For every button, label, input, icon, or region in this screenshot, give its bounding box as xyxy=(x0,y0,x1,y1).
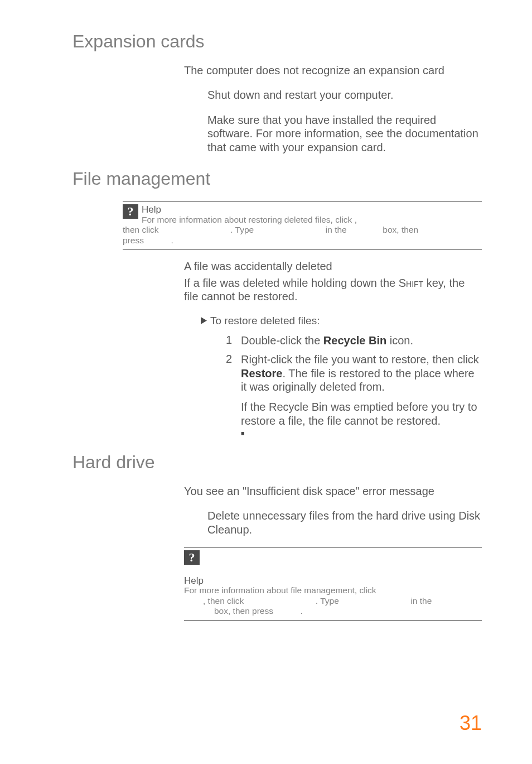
help-text: . Type xyxy=(316,596,341,606)
help-text: box, then press xyxy=(214,606,275,616)
help-text: , then click xyxy=(203,596,246,606)
body-text: If a file was deleted while holding down… xyxy=(184,276,482,304)
page-number: 31 xyxy=(460,712,482,735)
help-icon: ? xyxy=(123,204,138,219)
svg-marker-2 xyxy=(201,317,207,324)
keycap-shift: Shift xyxy=(399,277,423,289)
procedure-heading: To restore deleted files: xyxy=(184,315,482,327)
help-box: ? Help For more information about restor… xyxy=(123,201,482,249)
help-text: . Type xyxy=(230,225,256,234)
svg-text:?: ? xyxy=(128,204,134,218)
end-mark-icon: ■ xyxy=(241,430,482,436)
svg-text:?: ? xyxy=(189,550,195,564)
section-heading-hard-drive: Hard drive xyxy=(72,452,482,473)
topic-title: The computer does not recognize an expan… xyxy=(184,64,482,77)
step-number: 1 xyxy=(214,334,241,347)
help-text: , xyxy=(355,215,357,224)
body-text: Make sure that you have installed the re… xyxy=(207,113,482,155)
step-text: Double-click the Recycle Bin icon. xyxy=(241,334,482,347)
topic-title: You see an "Insufficient disk space" err… xyxy=(184,485,482,498)
triangle-bullet-icon xyxy=(201,315,207,327)
topic-title: A file was accidentally deleted xyxy=(184,260,482,273)
help-text: . xyxy=(171,236,173,245)
section-heading-expansion: Expansion cards xyxy=(72,31,482,52)
step-row: 1 Double-click the Recycle Bin icon. xyxy=(214,334,482,347)
help-text: in the xyxy=(410,596,432,606)
help-text: then click xyxy=(123,225,161,234)
body-text: Shut down and restart your computer. xyxy=(207,88,482,102)
body-text: Delete unnecessary files from the hard d… xyxy=(207,509,482,536)
help-label: Help xyxy=(184,575,482,587)
help-text: in the xyxy=(326,225,349,234)
help-label: Help xyxy=(142,204,357,215)
step-row: 2 Right-click the file you want to resto… xyxy=(214,353,482,393)
help-box: ? Help For more information about file m… xyxy=(184,547,482,621)
help-text: For more information about restoring del… xyxy=(142,215,355,224)
step-number: 2 xyxy=(214,353,241,393)
help-text: For more information about file manageme… xyxy=(184,585,376,595)
step-text: Right-click the file you want to restore… xyxy=(241,353,482,393)
help-text: . xyxy=(301,606,303,616)
help-text: box, then xyxy=(383,225,418,234)
help-icon: ? xyxy=(184,550,482,565)
help-text: press xyxy=(123,236,146,245)
body-text: If the Recycle Bin was emptied before yo… xyxy=(241,400,482,427)
section-heading-file-management: File management xyxy=(72,169,482,189)
